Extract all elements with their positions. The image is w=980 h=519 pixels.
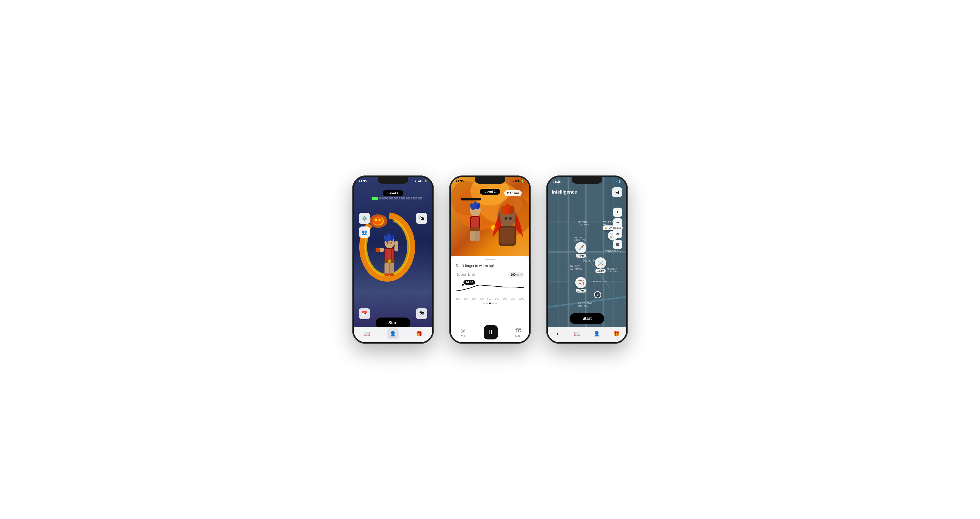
zoom-out-button[interactable]: − xyxy=(613,218,622,227)
excelsior-district-label: EXCELSIORDISTRICT xyxy=(578,302,593,308)
svg-rect-18 xyxy=(390,263,394,274)
zoom-in-button[interactable]: + xyxy=(613,208,622,217)
phone-2-xp-bar xyxy=(461,198,481,200)
chart-pagination-dots xyxy=(456,303,524,304)
tab-person[interactable]: 👤 xyxy=(387,328,399,339)
phone-3-tab-person[interactable]: 👤 xyxy=(591,328,603,339)
player-marker[interactable]: V xyxy=(594,291,601,298)
phone-2-art-area: 21:35 ▲ WiFi 🔋 Level 2 2.15 km xyxy=(451,177,529,256)
phone-3-tab-bar: ‹ 📖 👤 🎁 xyxy=(548,327,626,342)
svg-point-24 xyxy=(394,241,399,245)
map-marker-38km[interactable]: 🗡️ 3.8km xyxy=(575,242,587,257)
haight-ashbury-label: HAIGHT-ASHBURY xyxy=(570,265,582,271)
svg-point-20 xyxy=(389,273,394,276)
phone-1-right-buttons: 🛍 xyxy=(416,213,427,224)
svg-rect-82 xyxy=(605,283,625,327)
chart-x-labels: 100 200 300 400 500 600 700 900 1000 xyxy=(456,297,524,300)
svg-rect-73 xyxy=(587,223,602,251)
warm-up-arrow-icon[interactable]: → xyxy=(520,263,524,268)
marker-38km-distance: 3.8km xyxy=(576,254,586,257)
marker-25km-distance: 2.5km xyxy=(595,269,606,273)
phone-2-time: 21:35 xyxy=(456,179,464,183)
mission-district-label: MISSIONDISTRICT xyxy=(607,268,619,273)
phone-1: 21:35 ▲ WiFi 🔋 Level 2 xyxy=(352,175,434,344)
phone-2-notch xyxy=(475,177,505,184)
phone-3-tab-gift[interactable]: 🎁 xyxy=(611,328,622,339)
range-button[interactable]: 100 m > xyxy=(508,272,524,278)
layers-button[interactable]: ⊟ xyxy=(612,187,622,197)
tab-book[interactable]: 📖 xyxy=(361,328,372,339)
map-area: MARINADISTRICT TELEGRAPHHILL PACIFICHEIG… xyxy=(548,177,626,327)
svg-rect-78 xyxy=(605,253,625,281)
phone-1-notch xyxy=(378,177,408,184)
map-controls: + − ≋ ⊡ xyxy=(613,208,622,249)
warm-up-message: Don't forget to warm up! → xyxy=(456,263,524,268)
phone-3-notch xyxy=(572,177,602,184)
pause-button[interactable]: ⏸ xyxy=(484,325,498,340)
route-button[interactable]: ≋ xyxy=(613,229,622,238)
marker-38km-icon: 🗡️ xyxy=(575,242,587,253)
lock-icon: 🔒 xyxy=(605,227,608,229)
map-grid: MARINADISTRICT TELEGRAPHHILL PACIFICHEIG… xyxy=(548,177,626,327)
svg-point-19 xyxy=(384,273,390,276)
svg-point-16 xyxy=(388,259,391,263)
svg-rect-40 xyxy=(470,231,475,241)
svg-rect-17 xyxy=(385,263,389,274)
phone-1-inner: 21:35 ▲ WiFi 🔋 Level 2 xyxy=(354,177,432,342)
svg-point-12 xyxy=(390,242,392,243)
phone-3-tab-book[interactable]: 📖 xyxy=(572,328,583,339)
svg-point-6 xyxy=(379,219,381,221)
svg-rect-14 xyxy=(385,248,393,260)
svg-point-49 xyxy=(509,217,512,220)
svg-point-11 xyxy=(387,242,388,243)
noe-valley-label: NOE VALLEY xyxy=(593,280,609,283)
map-marker-17km[interactable]: 🏹 1.7km xyxy=(575,277,587,292)
phone-3-inner: MARINADISTRICT TELEGRAPHHILL PACIFICHEIG… xyxy=(548,177,626,342)
speed-dot-icon xyxy=(462,284,464,286)
svg-point-4 xyxy=(373,216,383,225)
current-speed-value: 14.30 xyxy=(463,280,475,285)
tab-gift[interactable]: 🎁 xyxy=(414,328,425,339)
calendar-button[interactable]: 📅 xyxy=(359,308,370,319)
phone-3-header: 21:35 ▲ 🔋 Intelligence ⊟ xyxy=(552,187,622,197)
phone-3-start-button[interactable]: Start xyxy=(570,313,605,324)
tab-track[interactable]: ◎ Track xyxy=(460,327,466,337)
speed-chart: 14.30 100 200 300 400 500 600 700 900 xyxy=(456,280,524,300)
settings-button[interactable]: ⚙️ xyxy=(359,213,370,224)
phone-2: 21:35 ▲ WiFi 🔋 Level 2 2.15 km Don't for… xyxy=(449,175,531,344)
phone-3-title: Intelligence xyxy=(552,189,577,195)
shop-button[interactable]: 🛍 xyxy=(416,213,427,224)
marina-district-label: MARINADISTRICT xyxy=(578,221,590,227)
phone-2-distance: 2.15 km xyxy=(504,190,522,196)
svg-point-48 xyxy=(504,217,508,220)
phone-3-tab-back[interactable]: ‹ xyxy=(552,328,563,339)
map-button[interactable]: 🗺 xyxy=(416,308,427,319)
phone-1-status-icons: ▲ WiFi 🔋 xyxy=(414,179,427,183)
pacific-heights-label: PACIFICHEIGHTS xyxy=(574,236,586,242)
phone-1-start-button[interactable]: Start xyxy=(375,317,410,328)
frame-button[interactable]: ⊡ xyxy=(613,240,622,249)
svg-rect-41 xyxy=(475,231,479,241)
svg-point-22 xyxy=(375,248,380,252)
map-marker-25km[interactable]: ⚔️ 2.5km xyxy=(595,257,606,273)
svg-rect-47 xyxy=(500,227,515,244)
phone-1-health-bar xyxy=(372,197,422,200)
svg-rect-38 xyxy=(471,217,479,228)
marker-17km-icon: 🏹 xyxy=(575,277,587,288)
drag-handle xyxy=(485,259,495,260)
marker-25km-icon: ⚔️ xyxy=(595,257,606,268)
friends-button[interactable]: 👥 xyxy=(359,227,370,238)
marker-17km-distance: 1.7km xyxy=(576,289,586,292)
svg-rect-75 xyxy=(549,253,567,281)
phone-1-tab-bar: 📖 👤 🎁 xyxy=(354,327,432,342)
tab-map[interactable]: 🗺 Map xyxy=(515,327,520,337)
speed-label: Speed km/h xyxy=(456,271,475,277)
phone-3-time: 21:35 xyxy=(553,180,561,184)
phone-2-inner: 21:35 ▲ WiFi 🔋 Level 2 2.15 km Don't for… xyxy=(451,177,529,342)
phone-2-tab-bar: ◎ Track ⏸ 🗺 Map xyxy=(451,325,529,342)
phone-3: MARINADISTRICT TELEGRAPHHILL PACIFICHEIG… xyxy=(546,175,628,344)
tenderloin-label: TENDERLOIN xyxy=(605,250,621,253)
svg-rect-39 xyxy=(470,227,480,231)
phone-2-stats-panel: Don't forget to warm up! → Speed km/h 10… xyxy=(451,256,529,327)
phone-1-left-buttons: ⚙️ 👥 xyxy=(359,213,370,238)
